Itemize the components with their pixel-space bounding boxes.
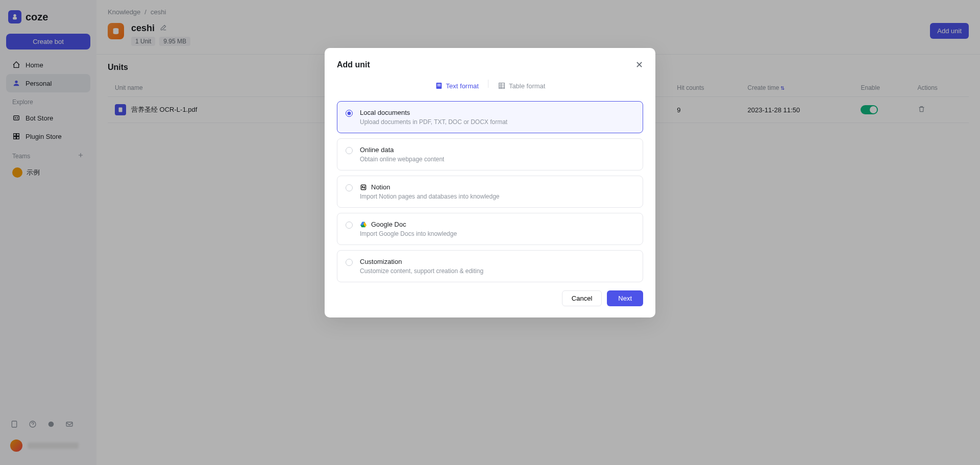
cancel-button[interactable]: Cancel	[562, 290, 602, 306]
tab-divider	[488, 80, 488, 88]
next-button[interactable]: Next	[607, 290, 643, 306]
option-title: Local documents	[360, 109, 634, 116]
add-unit-modal: Add unit ✕ Text format Table format Loca…	[325, 48, 655, 317]
tab-label: Text format	[446, 82, 479, 90]
google-drive-icon	[360, 221, 367, 228]
option-desc: Upload documents in PDF, TXT, DOC or DOC…	[360, 118, 634, 126]
option-notion[interactable]: Notion Import Notion pages and databases…	[337, 176, 643, 208]
table-format-icon	[498, 82, 506, 90]
radio-icon	[346, 184, 353, 191]
option-title: Online data	[360, 146, 634, 154]
modal-overlay[interactable]: Add unit ✕ Text format Table format Loca…	[0, 0, 980, 465]
text-format-icon	[435, 82, 443, 90]
tab-text-format[interactable]: Text format	[435, 80, 479, 92]
modal-title: Add unit	[337, 60, 370, 69]
option-local-documents[interactable]: Local documents Upload documents in PDF,…	[337, 101, 643, 133]
radio-icon	[346, 147, 353, 154]
option-desc: Import Notion pages and databases into k…	[360, 193, 634, 200]
option-title: Customization	[360, 258, 634, 265]
tab-label: Table format	[509, 82, 546, 90]
option-desc: Customize content, support creation & ed…	[360, 267, 634, 275]
option-title-text: Notion	[371, 183, 390, 191]
option-online-data[interactable]: Online data Obtain online webpage conten…	[337, 138, 643, 170]
modal-footer: Cancel Next	[337, 290, 643, 306]
radio-icon	[346, 222, 353, 229]
option-customization[interactable]: Customization Customize content, support…	[337, 250, 643, 282]
svg-rect-19	[499, 83, 505, 89]
close-icon[interactable]: ✕	[635, 59, 643, 70]
format-tabs: Text format Table format	[337, 80, 643, 92]
radio-icon	[346, 259, 353, 266]
radio-icon	[346, 110, 353, 117]
svg-rect-18	[437, 85, 440, 86]
option-desc: Import Google Docs into knowledge	[360, 230, 634, 237]
option-title-text: Google Doc	[371, 221, 406, 228]
tab-table-format[interactable]: Table format	[498, 80, 546, 92]
option-desc: Obtain online webpage content	[360, 156, 634, 163]
notion-icon	[360, 184, 367, 191]
svg-rect-17	[437, 84, 440, 85]
option-google-doc[interactable]: Google Doc Import Google Docs into knowl…	[337, 213, 643, 245]
